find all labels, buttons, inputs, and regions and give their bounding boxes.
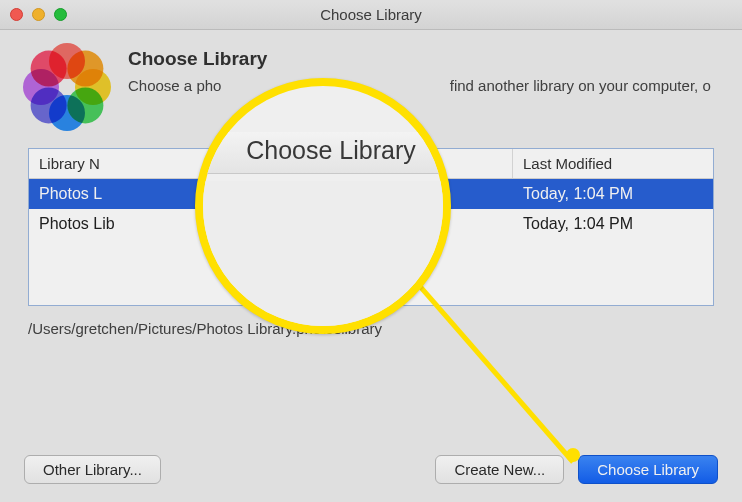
library-path: /Users/gretchen/Pictures/Photos Library.…	[28, 320, 714, 337]
column-library-name[interactable]: Library N	[29, 149, 513, 178]
window-title: Choose Library	[0, 6, 742, 23]
choose-library-button[interactable]: Choose Library	[578, 455, 718, 484]
photos-app-icon	[28, 48, 106, 126]
dialog-content: Choose Library Choose a pho find another…	[0, 30, 742, 337]
create-new-button[interactable]: Create New...	[435, 455, 564, 484]
table-header: Library N Last Modified	[29, 149, 713, 179]
button-row: Other Library... Create New... Choose Li…	[0, 455, 742, 484]
other-library-button[interactable]: Other Library...	[24, 455, 161, 484]
cell-last-modified: Today, 1:04 PM	[513, 209, 713, 239]
dialog-description: Choose a pho find another library on you…	[128, 76, 711, 96]
table-row[interactable]: Photos L rary) Today, 1:04 PM	[29, 179, 713, 209]
library-table: Library N Last Modified Photos L rary) T…	[28, 148, 714, 306]
cell-library-name: Photos L rary)	[29, 179, 513, 209]
column-last-modified[interactable]: Last Modified	[513, 149, 713, 178]
cell-library-name: Photos Lib	[29, 209, 513, 239]
table-row[interactable]: Photos Lib Today, 1:04 PM	[29, 209, 713, 239]
cell-last-modified: Today, 1:04 PM	[513, 179, 713, 209]
dialog-heading: Choose Library	[128, 48, 711, 70]
titlebar: Choose Library	[0, 0, 742, 30]
